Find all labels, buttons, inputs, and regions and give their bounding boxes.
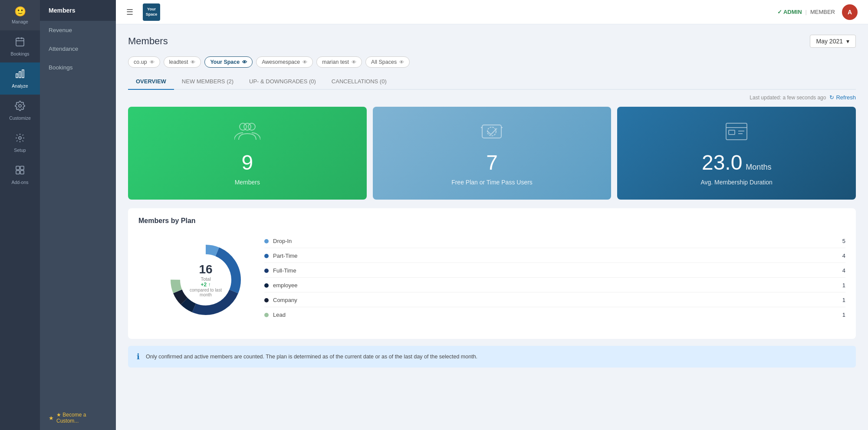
main-content: ☰ Your Space ✓ ADMIN | MEMBER A Members xyxy=(116,0,868,430)
admin-role[interactable]: ✓ ADMIN xyxy=(777,9,802,15)
analyze-icon xyxy=(15,69,25,82)
legend-name: Part-Time xyxy=(273,253,838,259)
hamburger-icon[interactable]: ☰ xyxy=(126,7,133,17)
donut-chart: 16 Total +2 ↑ compared to last month xyxy=(164,239,247,321)
refresh-icon: ↻ xyxy=(829,94,834,101)
legend-name: employee xyxy=(273,282,838,289)
sidebar-item-bookings[interactable]: Bookings xyxy=(0,30,40,62)
legend-count: 1 xyxy=(842,312,845,318)
nav-item-attendance[interactable]: Attendance xyxy=(40,39,116,58)
sidebar-item-manage[interactable]: 🙂 Manage xyxy=(0,0,40,30)
space-tab-awesomespace[interactable]: Awesomespace 👁 xyxy=(256,56,313,68)
svg-point-8 xyxy=(19,137,21,139)
nav-item-revenue[interactable]: Revenue xyxy=(40,21,116,39)
brand-logo: Your Space xyxy=(143,3,160,21)
members-by-plan-card: Members by Plan xyxy=(128,208,856,339)
role-divider: | xyxy=(806,9,807,15)
eye-icon: 👁 xyxy=(399,59,404,65)
tab-new-members[interactable]: NEW MEMBERS (2) xyxy=(174,74,241,90)
legend-count: 4 xyxy=(842,253,845,259)
sidebar-item-label: Add-ons xyxy=(11,180,28,185)
svg-rect-20 xyxy=(729,130,735,135)
content-tabs: OVERVIEW NEW MEMBERS (2) UP- & DOWNGRADE… xyxy=(128,74,856,90)
legend-item: Full-Time 4 xyxy=(264,267,845,278)
legend-dot xyxy=(264,313,269,317)
legend-item: Company 1 xyxy=(264,297,845,307)
legend-count: 4 xyxy=(842,267,845,274)
space-tab-mariantest[interactable]: marian test 👁 xyxy=(316,56,362,68)
info-bar: ℹ Only confirmed and active members are … xyxy=(128,346,856,368)
space-tab-yourspace[interactable]: Your Space 👁 xyxy=(204,56,253,68)
avatar[interactable]: A xyxy=(842,4,858,20)
sidebar-item-customize[interactable]: Customize xyxy=(0,95,40,127)
sidebar-item-label: Customize xyxy=(9,115,31,121)
legend-dot xyxy=(264,239,269,243)
legend-dot xyxy=(264,254,269,258)
tab-cancellations[interactable]: CANCELLATIONS (0) xyxy=(324,74,395,90)
page-header: Members May 2021 ▾ xyxy=(128,35,856,48)
legend-name: Drop-In xyxy=(273,238,838,244)
tab-label: All Spaces xyxy=(371,59,397,65)
avg-duration-count: 23.0 xyxy=(702,151,742,174)
donut-total: 16 xyxy=(185,263,227,276)
legend-item: employee 1 xyxy=(264,282,845,292)
sidebar-item-analyze[interactable]: Analyze xyxy=(0,62,40,95)
eye-icon: 👁 xyxy=(150,59,155,65)
sidebar-item-addons[interactable]: Add-ons xyxy=(0,159,40,191)
nav-panel-become-custom[interactable]: ★ ★ Become a Custom... xyxy=(40,406,116,430)
legend-count: 5 xyxy=(842,238,845,244)
date-picker[interactable]: May 2021 ▾ xyxy=(810,35,856,48)
member-role[interactable]: MEMBER xyxy=(810,9,835,15)
eye-icon: 👁 xyxy=(191,59,195,65)
space-tab-allspaces[interactable]: All Spaces 👁 xyxy=(365,56,410,68)
refresh-button[interactable]: ↻ Refresh xyxy=(829,94,856,101)
svg-rect-4 xyxy=(16,74,18,78)
svg-point-7 xyxy=(19,105,21,107)
nav-panel-header: Members xyxy=(40,0,116,21)
tab-upgrades[interactable]: UP- & DOWNGRADES (0) xyxy=(241,74,324,90)
legend-name: Lead xyxy=(273,312,838,318)
members-icon xyxy=(234,121,260,146)
bookings-icon xyxy=(15,36,25,49)
sidebar-item-label: Setup xyxy=(14,148,26,153)
svg-point-17 xyxy=(487,127,496,136)
svg-rect-0 xyxy=(16,38,24,46)
eye-icon: 👁 xyxy=(352,59,356,65)
svg-rect-12 xyxy=(20,171,24,174)
legend-name: Full-Time xyxy=(273,267,838,274)
sidebar: 🙂 Manage Bookings Analyze Customize Setu… xyxy=(0,0,40,430)
page-title: Members xyxy=(128,36,168,47)
sidebar-item-label: Manage xyxy=(12,19,28,24)
tab-overview[interactable]: OVERVIEW xyxy=(128,74,174,90)
svg-rect-9 xyxy=(16,166,20,170)
free-plan-icon xyxy=(479,121,505,146)
plan-chart-area: 16 Total +2 ↑ compared to last month Dro… xyxy=(138,233,845,330)
customize-icon xyxy=(15,101,25,114)
svg-rect-5 xyxy=(19,72,21,78)
sidebar-item-setup[interactable]: Setup xyxy=(0,127,40,159)
legend-dot xyxy=(264,283,269,288)
chevron-down-icon: ▾ xyxy=(846,38,849,45)
nav-item-bookings[interactable]: Bookings xyxy=(40,58,116,77)
page-area: Members May 2021 ▾ co.up 👁 leadtest 👁 Yo… xyxy=(116,24,868,430)
svg-point-15 xyxy=(244,123,251,130)
top-right: ✓ ADMIN | MEMBER A xyxy=(777,4,858,20)
space-tab-coop[interactable]: co.up 👁 xyxy=(128,56,160,68)
legend-count: 1 xyxy=(842,282,845,289)
nav-panel: Members Revenue Attendance Bookings ★ ★ … xyxy=(40,0,116,430)
tab-label: leadtest xyxy=(169,59,188,65)
members-count: 9 xyxy=(241,151,253,174)
space-tab-leadtest[interactable]: leadtest 👁 xyxy=(164,56,201,68)
donut-change: +2 ↑ xyxy=(185,282,227,288)
info-text: Only confirmed and active members are co… xyxy=(146,354,477,360)
legend-count: 1 xyxy=(842,297,845,303)
free-plan-count: 7 xyxy=(486,151,498,174)
donut-total-label: Total xyxy=(185,276,227,282)
manage-icon: 🙂 xyxy=(14,6,26,17)
legend-item: Part-Time 4 xyxy=(264,253,845,263)
star-icon: ★ xyxy=(49,415,54,421)
sidebar-item-label: Analyze xyxy=(12,83,28,89)
stat-card-free-plan: 7 Free Plan or Time Pass Users xyxy=(373,107,612,200)
members-label: Members xyxy=(235,179,260,186)
addons-icon xyxy=(15,165,25,178)
